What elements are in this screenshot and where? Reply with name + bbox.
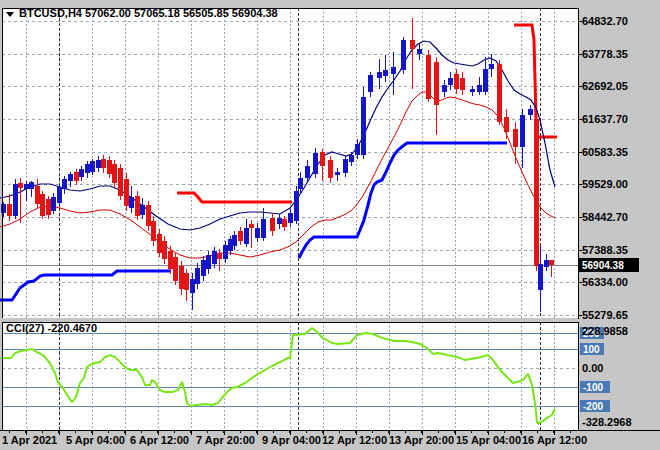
price-tick-label: 58442.70 bbox=[582, 211, 628, 223]
candle-body-up bbox=[140, 205, 145, 215]
chart-title: BTCUSD,H4 57062.00 57065.18 56505.85 569… bbox=[19, 7, 278, 19]
candle-body-up bbox=[288, 213, 293, 223]
candle-body-down bbox=[426, 55, 431, 99]
candle-body-down bbox=[151, 221, 156, 241]
candle-body-up bbox=[477, 85, 482, 92]
candle-body-up bbox=[232, 235, 237, 246]
cci-level-badge: 100 bbox=[583, 344, 600, 355]
candle-body-down bbox=[184, 273, 189, 291]
candle-body-up bbox=[368, 75, 373, 92]
cci-extreme-label: -328.2968 bbox=[582, 416, 632, 428]
candle-body-down bbox=[173, 257, 178, 281]
candle-body-down bbox=[7, 204, 12, 216]
candle-body-down bbox=[124, 179, 129, 206]
candle-body-up bbox=[57, 187, 62, 203]
cci-indicator-label: CCI(27) -220.4670 bbox=[6, 322, 97, 334]
candle-body-up bbox=[212, 251, 217, 264]
candle-body-down bbox=[107, 160, 112, 174]
price-tick-label: 63778.35 bbox=[582, 48, 628, 60]
candle-body-up bbox=[448, 78, 453, 85]
candle-body-up bbox=[68, 174, 73, 181]
candle-body-up bbox=[277, 218, 282, 224]
candle-body-up bbox=[195, 268, 200, 284]
candle-body-down bbox=[168, 251, 173, 269]
candle-body-up bbox=[489, 64, 494, 69]
candle-body-up bbox=[85, 164, 90, 173]
cci-zero-label: 0.00 bbox=[582, 362, 603, 374]
candle-body-up bbox=[401, 40, 406, 70]
candle-body-up bbox=[190, 279, 195, 293]
candle-body-down bbox=[513, 129, 518, 147]
candle-body-down bbox=[179, 266, 184, 289]
candle-body-up bbox=[528, 109, 533, 115]
price-tick-label: 62692.05 bbox=[582, 80, 628, 92]
time-tick-label: 15 Apr 04:00 bbox=[456, 434, 521, 446]
candle-body-down bbox=[434, 62, 439, 104]
candle-body-down bbox=[504, 117, 509, 132]
candle-body-up bbox=[244, 228, 249, 244]
price-tick-label: 61637.70 bbox=[582, 113, 628, 125]
candle-body-down bbox=[135, 196, 140, 216]
candle-body-up bbox=[294, 191, 299, 221]
candle-body-down bbox=[238, 231, 243, 241]
time-tick-label: 13 Apr 20:00 bbox=[389, 434, 454, 446]
candle-body-up bbox=[201, 260, 206, 276]
price-tick-label: 56334.00 bbox=[582, 276, 628, 288]
time-tick-label: 12 Apr 12:00 bbox=[322, 434, 387, 446]
cci-level-badge: -100 bbox=[583, 382, 603, 393]
candle-body-up bbox=[51, 197, 56, 211]
chart-generated-layers: 64832.7063778.3562692.0561637.7060583.35… bbox=[0, 0, 660, 450]
candle-body-down bbox=[410, 40, 415, 49]
candle-body-up bbox=[470, 89, 475, 92]
time-tick-label: 7 Apr 20:00 bbox=[196, 434, 255, 446]
time-tick-label: 5 Apr 04:00 bbox=[66, 434, 125, 446]
candle-body-up bbox=[391, 67, 396, 74]
candle-body-down bbox=[460, 78, 465, 90]
time-tick-label: 9 Apr 04:00 bbox=[262, 434, 321, 446]
candle-body-up bbox=[90, 161, 95, 171]
candle-body-down bbox=[118, 168, 123, 196]
candle-body-up bbox=[383, 70, 388, 76]
candle-body-up bbox=[13, 184, 18, 216]
candlestick-chart[interactable]: 64832.7063778.3562692.0561637.7060583.35… bbox=[0, 0, 660, 450]
cci-level-badge: -200 bbox=[583, 401, 603, 412]
candle-body-up bbox=[255, 228, 260, 238]
candle-body-down bbox=[74, 172, 79, 180]
candle-body-up bbox=[96, 160, 101, 168]
candle-body-down bbox=[270, 218, 275, 231]
candle-body-up bbox=[417, 49, 422, 54]
candle-body-down bbox=[162, 241, 167, 259]
time-tick-label: 1 Apr 2021 bbox=[2, 434, 57, 446]
candle-body-down bbox=[497, 64, 502, 122]
candle-body-up bbox=[206, 255, 211, 269]
candle-body-down bbox=[18, 183, 23, 188]
candle-body-down bbox=[320, 152, 325, 167]
candle-body-up bbox=[79, 169, 84, 177]
candle-body-down bbox=[217, 253, 222, 259]
candle-body-down bbox=[112, 164, 117, 183]
candle-body-up bbox=[305, 166, 310, 178]
candle-body-up bbox=[261, 219, 266, 238]
candle-body-down bbox=[146, 205, 151, 226]
candle-body-up bbox=[520, 115, 525, 147]
price-tick-label: 57388.35 bbox=[582, 244, 628, 256]
candle-body-up bbox=[24, 184, 29, 189]
candle-body-down bbox=[282, 219, 287, 227]
candle-body-down bbox=[249, 224, 254, 228]
candle-body-down bbox=[46, 199, 51, 215]
candle-body-up bbox=[129, 197, 134, 208]
price-tick-label: 64832.70 bbox=[582, 15, 628, 27]
candle-body-up bbox=[223, 245, 228, 259]
candle-body-down bbox=[40, 194, 45, 216]
candle-body-up bbox=[544, 260, 549, 266]
time-tick-label: 16 Apr 12:00 bbox=[522, 434, 587, 446]
candle-body-up bbox=[298, 178, 303, 189]
time-tick-label: 6 Apr 12:00 bbox=[130, 434, 189, 446]
candle-body-up bbox=[377, 72, 382, 78]
candle-body-down bbox=[454, 74, 459, 89]
price-tick-label: 59529.00 bbox=[582, 178, 628, 190]
candle-body-down bbox=[157, 234, 162, 253]
candle-body-up bbox=[442, 85, 447, 92]
current-price-label: 56904.38 bbox=[582, 260, 624, 271]
candle-body-up bbox=[62, 179, 67, 189]
